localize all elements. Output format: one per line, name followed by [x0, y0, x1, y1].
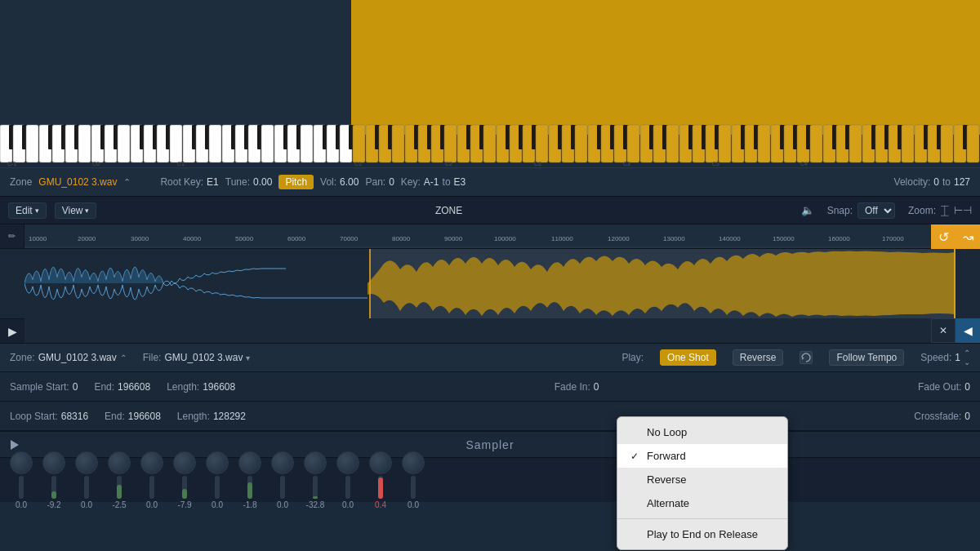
loop-start-icon[interactable]: ↺	[931, 224, 956, 249]
svg-text:80000: 80000	[392, 235, 411, 242]
waveform-display	[24, 249, 956, 318]
play-to-end-item[interactable]: Play to End on Release	[617, 522, 787, 546]
fader-knob-3[interactable]	[108, 451, 131, 474]
sample-params-row1: Sample Start: 0 End: 196608 Length: 1966…	[0, 372, 980, 402]
fade-out-param: Fade Out: 0	[918, 381, 970, 393]
fader-bar-5	[182, 476, 187, 499]
fader-knob-11[interactable]	[369, 451, 392, 474]
fade-out-value[interactable]: 0	[964, 381, 970, 393]
fader-value-0: 0.0	[16, 500, 27, 509]
channel-2[interactable]: 0.0	[72, 451, 101, 509]
fader-value-9: -32.8	[306, 500, 325, 509]
channel-11[interactable]: 0.4	[366, 451, 395, 509]
svg-text:C2: C2	[445, 161, 452, 167]
loop-length-value[interactable]: 128292	[213, 411, 246, 422]
channel-10[interactable]: 0.0	[333, 451, 363, 509]
fader-knob-1[interactable]	[42, 451, 65, 474]
zone-file[interactable]: GMU_0102 3.wav	[38, 176, 117, 188]
key-from: A-1	[424, 176, 439, 188]
channel-7[interactable]: -1.8	[235, 451, 265, 509]
channel-1[interactable]: -9.2	[39, 451, 69, 509]
fader-knob-7[interactable]	[238, 451, 261, 474]
speed-arrows: ⌃⌄	[964, 349, 970, 367]
sample-length-param: Length: 196608	[167, 381, 235, 393]
sample-start-value[interactable]: 0	[73, 381, 78, 393]
vol-param: Vol: 6.00	[320, 176, 359, 188]
fader-knob-4[interactable]	[140, 451, 163, 474]
channel-0[interactable]: 0.0	[7, 451, 36, 509]
waveform-edit-icon[interactable]: ✏	[0, 224, 24, 249]
svg-rect-160	[24, 249, 369, 318]
fader-bar-10	[345, 476, 350, 499]
pitch-button[interactable]: Pitch	[278, 175, 314, 189]
forward-item[interactable]: ✓ Forward	[617, 444, 787, 468]
channel-6[interactable]: 0.0	[203, 451, 232, 509]
fader-value-4: 0.0	[146, 500, 158, 509]
play-transport[interactable]	[8, 438, 21, 451]
sample-end-value[interactable]: 196608	[118, 381, 150, 393]
fader-value-1: -9.2	[47, 500, 60, 509]
play-loop-icon[interactable]	[800, 351, 813, 364]
svg-rect-26	[170, 125, 182, 162]
svg-text:50000: 50000	[235, 235, 254, 242]
waveform-prev-icon[interactable]: ▶	[0, 318, 24, 343]
svg-text:10000: 10000	[29, 235, 47, 242]
dropdown-divider	[617, 518, 787, 519]
loop-end-value[interactable]: 196608	[128, 411, 161, 422]
waveform-bottom-spacer	[24, 318, 931, 343]
zone-info-file[interactable]: GMU_0102 3.wav	[38, 352, 117, 363]
svg-text:160000: 160000	[828, 235, 850, 242]
reverse-button[interactable]: Reverse	[733, 349, 784, 366]
fader-knob-6[interactable]	[206, 451, 229, 474]
waveform-collapse-icon[interactable]: ◀	[956, 318, 980, 343]
loop-start-param: Loop Start: 68316	[10, 411, 88, 422]
alternate-item[interactable]: Alternate	[617, 491, 787, 515]
fader-knob-8[interactable]	[271, 451, 294, 474]
waveform-top-controls: ✏ 10000 20000 30000 40000 50000 60000 70…	[0, 224, 980, 249]
sample-params-row2: Loop Start: 68316 End: 196608 Length: 12…	[0, 402, 980, 431]
zone-arrow: ⌃	[120, 353, 127, 362]
waveform-close-icon[interactable]: ✕	[931, 318, 956, 343]
svg-text:100000: 100000	[494, 235, 516, 242]
velocity-to: 127	[954, 176, 970, 188]
loop-dropdown-menu: No Loop ✓ Forward Reverse Alternate Play…	[617, 416, 788, 550]
channel-5[interactable]: -7.9	[170, 451, 199, 509]
fader-knob-12[interactable]	[402, 451, 425, 474]
sample-length-value[interactable]: 196608	[203, 381, 235, 393]
root-key-value: E1	[207, 176, 219, 188]
svg-rect-86	[627, 125, 639, 162]
edit-button[interactable]: Edit ▾	[8, 202, 47, 219]
svg-rect-122	[902, 125, 914, 162]
fader-value-2: 0.0	[81, 500, 92, 509]
fader-knob-5[interactable]	[173, 451, 196, 474]
channel-3[interactable]: -2.5	[105, 451, 134, 509]
loop-length-param: Length: 128292	[177, 411, 246, 422]
channel-12[interactable]: 0.0	[399, 451, 428, 509]
fader-bar-1	[51, 476, 56, 499]
reverse-item[interactable]: Reverse	[617, 468, 787, 491]
piano-keyboard[interactable]: C-1 C0 C1 C1 C2 C2 C3 C3 C4	[0, 122, 980, 167]
follow-tempo-button[interactable]: Follow Tempo	[829, 349, 904, 366]
fader-knob-9[interactable]	[304, 451, 327, 474]
fader-value-5: -7.9	[177, 500, 191, 509]
view-button[interactable]: View ▾	[55, 202, 97, 219]
one-shot-button[interactable]: One Shot	[660, 349, 716, 366]
loop-start-value[interactable]: 68316	[61, 411, 88, 422]
fade-in-value[interactable]: 0	[594, 381, 599, 393]
fader-value-11: 0.4	[375, 500, 386, 509]
fader-knob-0[interactable]	[10, 451, 33, 474]
svg-marker-161	[802, 358, 804, 360]
fader-knob-2[interactable]	[75, 451, 98, 474]
pan-param: Pan: 0	[365, 176, 394, 188]
channel-9[interactable]: -32.8	[301, 451, 330, 509]
fader-bar-3	[117, 476, 122, 499]
zone-file-name[interactable]: GMU_0102 3.wav	[164, 352, 243, 363]
fader-bar-7	[247, 476, 252, 499]
crossfade-value[interactable]: 0	[964, 411, 970, 422]
loop-end-icon[interactable]: ↝	[956, 224, 980, 249]
snap-select[interactable]: Off	[858, 202, 895, 219]
fader-knob-10[interactable]	[336, 451, 359, 474]
channel-4[interactable]: 0.0	[137, 451, 167, 509]
no-loop-item[interactable]: No Loop	[617, 420, 787, 444]
channel-8[interactable]: 0.0	[268, 451, 297, 509]
